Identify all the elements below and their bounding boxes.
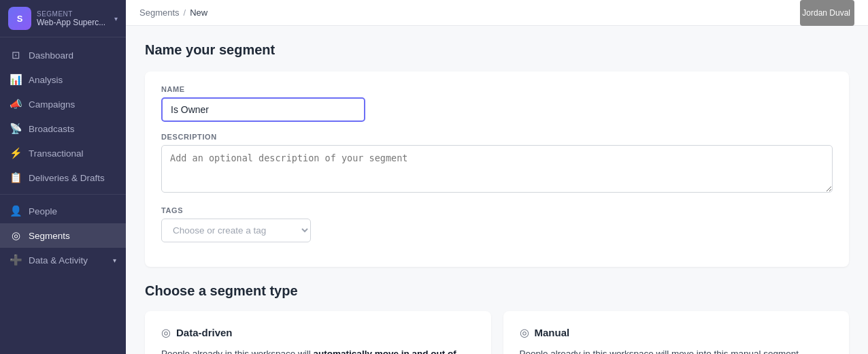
sidebar-nav: ⊡ Dashboard 📊 Analysis 📣 Campaigns 📡 Bro… [0,37,126,354]
description-label: DESCRIPTION [161,133,833,141]
dashboard-icon: ⊡ [10,49,22,61]
chevron-down-icon: ▾ [114,15,118,22]
segment-type-title: Choose a segment type [145,283,849,299]
page-content: Name your segment NAME DESCRIPTION TAGS … [126,26,868,354]
user-avatar-area: Jordan Duval [800,0,854,26]
data-driven-title: Data-driven [176,327,233,338]
sidebar-item-label: Transactional [29,148,84,159]
sidebar-item-label: Segments [29,231,70,241]
sidebar-logo: S [8,7,31,30]
sidebar: S SEGMENT Web-App Superc... ▾ ⊡ Dashboar… [0,0,126,354]
sidebar-item-people[interactable]: 👤 People [0,199,126,223]
workspace-switcher[interactable]: S SEGMENT Web-App Superc... ▾ [0,0,126,37]
campaigns-icon: 📣 [10,98,22,110]
sidebar-item-label: Dashboard [29,50,73,61]
sidebar-item-label: People [29,206,57,216]
deliveries-icon: 📋 [10,172,22,184]
manual-desc-plain: People already in this workspace will mo… [520,349,799,354]
sidebar-item-dashboard[interactable]: ⊡ Dashboard [0,43,126,67]
data-activity-icon: ➕ [10,254,22,266]
name-section-title: Name your segment [145,42,849,58]
name-label: NAME [161,85,833,93]
sidebar-item-label: Campaigns [29,99,75,110]
workspace-name: Web-App Superc... [37,18,114,27]
transactional-icon: ⚡ [10,147,22,159]
manual-title: Manual [535,327,570,338]
breadcrumb-separator: / [184,7,186,18]
tags-label: TAGS [161,206,833,214]
tags-select[interactable]: Choose or create a tag [161,219,311,242]
sidebar-item-segments[interactable]: ◎ Segments [0,223,126,248]
tags-field-group: TAGS Choose or create a tag [161,206,833,242]
broadcasts-icon: 📡 [10,123,22,135]
sidebar-item-label: Broadcasts [29,124,75,134]
sidebar-item-deliveries[interactable]: 📋 Deliveries & Drafts [0,165,126,190]
segment-name-input[interactable] [161,97,365,122]
manual-header: ◎ Manual [520,326,833,339]
sidebar-item-transactional[interactable]: ⚡ Transactional [0,141,126,165]
name-form-card: NAME DESCRIPTION TAGS Choose or create a… [145,71,849,267]
data-driven-icon: ◎ [161,326,171,339]
manual-card: ◎ Manual People already in this workspac… [503,311,850,354]
segments-icon: ◎ [10,229,22,242]
sidebar-item-label: Analysis [29,75,63,85]
sidebar-item-campaigns[interactable]: 📣 Campaigns [0,92,126,116]
sidebar-item-analysis[interactable]: 📊 Analysis [0,67,126,92]
sidebar-item-broadcasts[interactable]: 📡 Broadcasts [0,116,126,141]
analysis-icon: 📊 [10,74,22,86]
topbar: Segments / New Jordan Duval [126,0,868,26]
data-driven-header: ◎ Data-driven [161,326,475,339]
sidebar-item-data-activity[interactable]: ➕ Data & Activity ▾ [0,248,126,272]
user-name-label: Jordan Duval [800,0,854,26]
data-driven-desc-plain: People already in this workspace will [161,349,314,354]
name-field-group: NAME [161,85,833,122]
breadcrumb-current: New [190,7,207,18]
sidebar-item-label: Data & Activity [29,255,88,266]
people-icon: 👤 [10,205,22,217]
sidebar-item-label: Deliveries & Drafts [29,173,105,183]
chevron-right-icon: ▾ [113,257,116,264]
data-driven-description: People already in this workspace will au… [161,347,475,354]
breadcrumb-parent[interactable]: Segments [139,7,180,18]
manual-icon: ◎ [520,326,529,339]
main-content: Segments / New Jordan Duval Name your se… [126,0,868,354]
description-field-group: DESCRIPTION [161,133,833,195]
manual-description: People already in this workspace will mo… [520,347,833,354]
workspace-label: SEGMENT [37,10,114,18]
segment-type-cards: ◎ Data-driven People already in this wor… [145,311,849,354]
data-driven-card: ◎ Data-driven People already in this wor… [145,311,491,354]
segment-description-input[interactable] [161,145,833,193]
